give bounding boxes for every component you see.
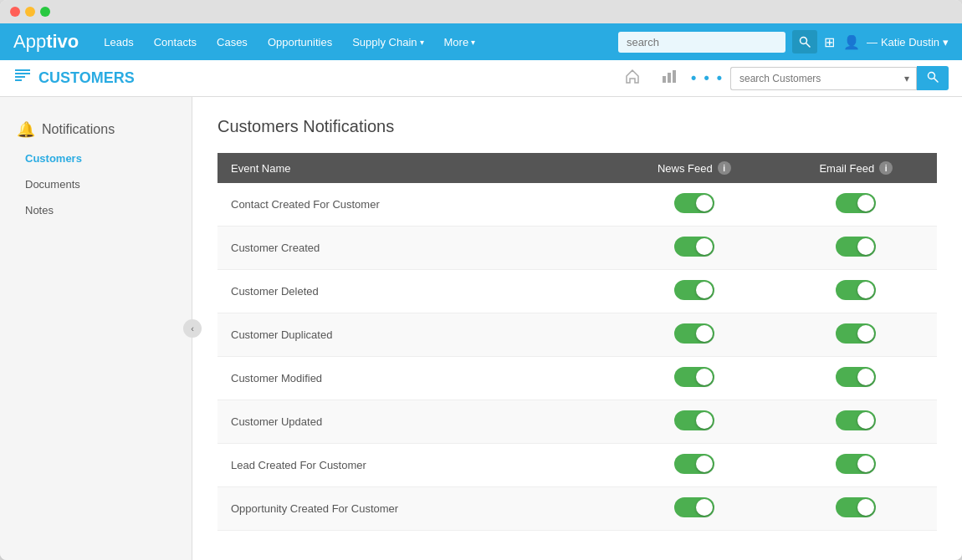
app-logo[interactable]: Apptivo — [13, 31, 79, 53]
col-event-name: Event Name — [217, 153, 613, 183]
event-name-cell: Customer Updated — [217, 400, 613, 444]
news-feed-cell — [613, 444, 775, 487]
main-content: Customers Notifications Event Name News … — [192, 97, 962, 560]
event-name-cell: Customer Duplicated — [217, 313, 613, 357]
toggle-track — [674, 367, 714, 387]
minimize-button[interactable] — [25, 7, 35, 17]
news-feed-cell — [613, 487, 775, 531]
toggle-thumb — [857, 325, 874, 342]
toggle-thumb — [696, 499, 713, 516]
news-feed-cell — [613, 183, 775, 227]
toggle-thumb — [696, 456, 713, 472]
news-feed-toggle[interactable] — [674, 280, 714, 300]
email-feed-toggle[interactable] — [836, 410, 876, 430]
email-feed-info-icon[interactable]: i — [879, 161, 893, 175]
nav-more[interactable]: More ▾ — [436, 31, 484, 53]
table-row: Customer Updated — [217, 400, 937, 444]
email-feed-toggle[interactable] — [836, 237, 876, 257]
email-feed-toggle[interactable] — [836, 323, 876, 344]
news-feed-toggle[interactable] — [674, 454, 714, 474]
top-search-input[interactable] — [618, 32, 785, 53]
news-feed-toggle[interactable] — [674, 237, 714, 257]
email-feed-cell — [775, 487, 938, 531]
toggle-track — [836, 193, 876, 213]
secondary-search-input[interactable] — [730, 67, 898, 90]
svg-line-1 — [806, 43, 810, 48]
toggle-track — [674, 323, 714, 344]
table-row: Opportunity Created For Customer — [217, 487, 937, 531]
toggle-thumb — [696, 238, 713, 255]
news-feed-toggle[interactable] — [674, 367, 714, 387]
secondary-search-button[interactable] — [917, 66, 949, 90]
secondary-action-buttons: • • • ▾ — [617, 64, 949, 92]
secondary-search-dropdown[interactable]: ▾ — [898, 67, 917, 90]
news-feed-cell — [613, 400, 775, 444]
news-feed-toggle[interactable] — [674, 497, 714, 517]
toggle-track — [836, 367, 876, 387]
sidebar-collapse-button[interactable]: ‹ — [183, 319, 202, 338]
maximize-button[interactable] — [40, 7, 50, 17]
news-feed-cell — [613, 270, 775, 313]
email-feed-toggle[interactable] — [836, 454, 876, 474]
top-navigation: Apptivo Leads Contacts Cases Opportuniti… — [0, 23, 962, 60]
toggle-track — [674, 193, 714, 213]
sidebar-item-notes[interactable]: Notes — [0, 197, 192, 223]
more-options-dots[interactable]: • • • — [691, 69, 724, 87]
toggle-thumb — [857, 195, 874, 211]
home-button[interactable] — [617, 64, 647, 92]
titlebar — [0, 0, 962, 23]
user-icon[interactable]: 👤 — [843, 34, 860, 50]
email-feed-toggle[interactable] — [836, 497, 876, 517]
toggle-thumb — [857, 412, 874, 429]
close-button[interactable] — [10, 7, 20, 17]
email-feed-toggle[interactable] — [836, 367, 876, 387]
nav-opportunities[interactable]: Opportunities — [259, 31, 340, 53]
user-avatar-line: — — [867, 36, 878, 48]
toggle-track — [674, 280, 714, 300]
table-row: Lead Created For Customer — [217, 444, 937, 487]
email-feed-cell — [775, 357, 938, 400]
event-name-cell: Opportunity Created For Customer — [217, 487, 613, 531]
toggle-thumb — [696, 195, 713, 211]
nav-supply-chain[interactable]: Supply Chain ▾ — [344, 31, 432, 53]
email-feed-toggle[interactable] — [836, 280, 876, 300]
svg-rect-4 — [15, 76, 25, 78]
search-icon-secondary — [927, 71, 939, 83]
table-row: Customer Deleted — [217, 270, 937, 313]
col-news-feed: News Feed i — [613, 153, 775, 183]
grid-icon[interactable]: ⊞ — [824, 34, 835, 50]
sidebar-notifications-label: Notifications — [42, 122, 115, 137]
event-name-cell: Contact Created For Customer — [217, 183, 613, 227]
toggle-track — [836, 323, 876, 344]
email-feed-toggle[interactable] — [836, 193, 876, 213]
home-icon — [624, 68, 641, 84]
page-title: Customers Notifications — [217, 117, 937, 136]
toggle-thumb — [857, 282, 874, 298]
top-search-button[interactable] — [792, 30, 817, 53]
event-name-cell: Customer Deleted — [217, 270, 613, 313]
user-menu[interactable]: — Katie Dustin ▾ — [867, 36, 949, 48]
email-feed-cell — [775, 183, 938, 227]
nav-leads[interactable]: Leads — [95, 31, 141, 53]
sidebar-item-documents[interactable]: Documents — [0, 171, 192, 197]
toggle-track — [836, 410, 876, 430]
table-row: Customer Created — [217, 227, 937, 270]
svg-rect-8 — [673, 70, 676, 83]
nav-contacts[interactable]: Contacts — [146, 31, 205, 53]
news-feed-toggle[interactable] — [674, 193, 714, 213]
nav-cases[interactable]: Cases — [208, 31, 256, 53]
nav-icon-area: ⊞ 👤 — [824, 34, 860, 50]
nav-links: Leads Contacts Cases Opportunities Suppl… — [95, 31, 618, 53]
sidebar: 🔔 Notifications Customers Documents Note… — [0, 97, 192, 560]
news-feed-toggle[interactable] — [674, 323, 714, 344]
sidebar-item-customers[interactable]: Customers — [0, 145, 192, 171]
news-feed-toggle[interactable] — [674, 410, 714, 430]
col-email-feed: Email Feed i — [775, 153, 938, 183]
svg-rect-6 — [663, 76, 666, 83]
customers-icon-svg — [13, 67, 32, 85]
svg-rect-3 — [15, 73, 30, 74]
event-name-cell: Lead Created For Customer — [217, 444, 613, 487]
notifications-table: Event Name News Feed i Email Feed i — [217, 153, 937, 531]
chart-button[interactable] — [654, 64, 684, 92]
news-feed-info-icon[interactable]: i — [718, 161, 731, 175]
